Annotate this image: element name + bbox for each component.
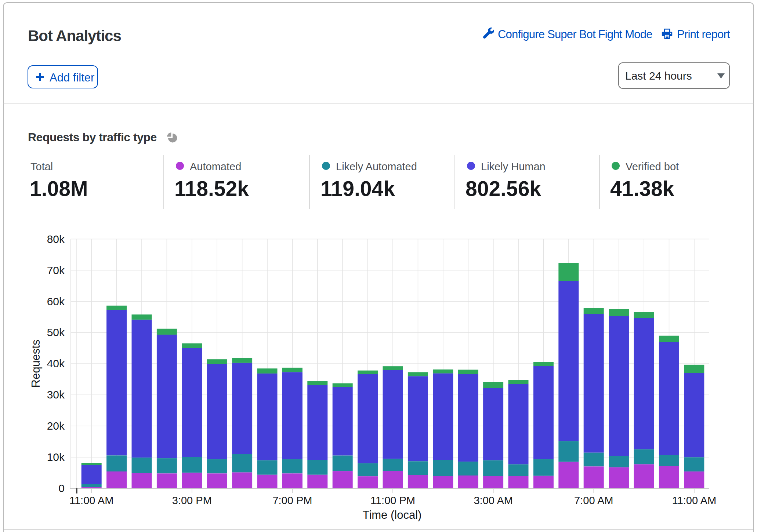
- svg-text:Time (local): Time (local): [363, 509, 422, 521]
- svg-text:11:00 PM: 11:00 PM: [370, 495, 415, 506]
- svg-text:3:00 AM: 3:00 AM: [474, 495, 512, 506]
- svg-text:40k: 40k: [47, 357, 65, 369]
- svg-text:80k: 80k: [47, 233, 65, 245]
- svg-text:0: 0: [58, 482, 65, 494]
- svg-text:7:00 PM: 7:00 PM: [272, 495, 312, 506]
- svg-text:60k: 60k: [47, 295, 65, 307]
- svg-text:20k: 20k: [47, 420, 65, 432]
- svg-text:50k: 50k: [47, 326, 65, 338]
- svg-text:11:00 AM: 11:00 AM: [672, 495, 716, 506]
- svg-text:70k: 70k: [47, 264, 65, 276]
- svg-text:Requests: Requests: [29, 340, 42, 388]
- svg-text:11:00 AM: 11:00 AM: [69, 495, 113, 506]
- svg-text:30k: 30k: [47, 389, 65, 401]
- svg-text:7:00 AM: 7:00 AM: [574, 495, 613, 506]
- svg-text:3:00 PM: 3:00 PM: [172, 495, 212, 506]
- svg-text:10k: 10k: [47, 451, 65, 463]
